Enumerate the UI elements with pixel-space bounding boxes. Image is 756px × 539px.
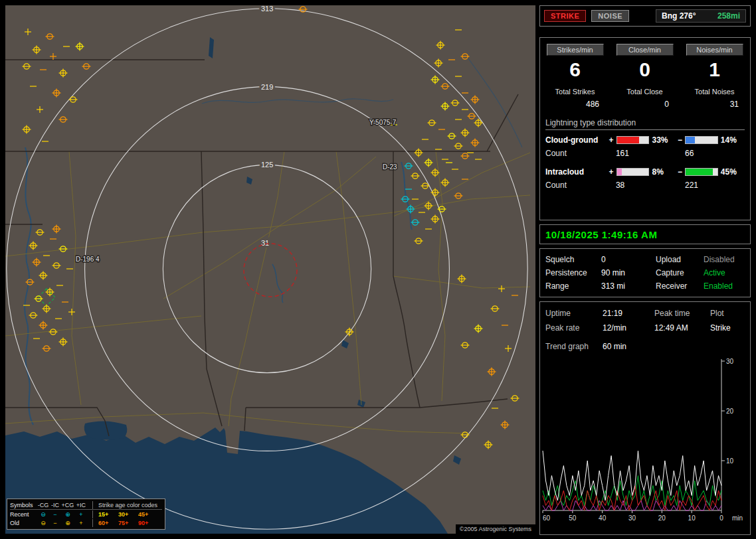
svg-text:125: 125 [261, 161, 273, 169]
river-layer [25, 56, 522, 425]
cg-minus-pct: 14% [721, 135, 745, 145]
peak-time-value: 12:49 AM [654, 323, 710, 333]
cg-minus-icon: ⊖ [37, 510, 50, 518]
cg-plus-pct: 33% [652, 135, 676, 145]
noises-per-min-value: 1 [680, 60, 749, 80]
squelch-value: 0 [601, 255, 656, 264]
peak-rate-label: Peak rate [545, 323, 603, 333]
map-canvas: 31125219313Y-5075-7D-23D-196 4 [5, 5, 535, 534]
peak-rate-value: 12/min [603, 323, 654, 333]
datetime-display: 10/18/2025 1:49:16 AM [540, 225, 750, 244]
total-strikes-value: 486 [540, 100, 610, 109]
ic-plus-icon: + [75, 510, 87, 518]
ic-plus-pct: 8% [652, 167, 676, 177]
noise-mode-button[interactable]: NOISE [591, 10, 629, 22]
age-45: 45+ [138, 510, 158, 518]
persistence-label: Persistence [545, 268, 601, 277]
svg-text:50: 50 [569, 514, 577, 522]
age-60: 60+ [98, 519, 118, 527]
persistence-value: 90 min [601, 268, 656, 277]
svg-text:313: 313 [261, 5, 273, 13]
plus-sign: + [607, 167, 614, 177]
svg-text:D-196 4: D-196 4 [76, 256, 100, 263]
distribution-title: Lightning type distribution [545, 118, 745, 130]
svg-text:60: 60 [543, 514, 551, 522]
cg-plus-bar [616, 136, 650, 144]
trend-graph-label: Trend graph [545, 342, 603, 351]
distribution-section: Lightning type distribution Cloud-ground… [540, 118, 750, 190]
state-border-layer [5, 60, 518, 436]
svg-text:31: 31 [261, 239, 269, 247]
plot-label: Plot [710, 309, 745, 318]
svg-text:0: 0 [719, 514, 723, 522]
legend-col-cg-neg: -CG [37, 501, 50, 509]
uptime-value: 21:19 [603, 309, 654, 318]
cg-minus-icon: ⊖ [37, 519, 50, 527]
svg-text:219: 219 [261, 83, 273, 91]
count-label: Count [545, 149, 607, 158]
svg-text:min: min [732, 514, 743, 522]
status-row-3: Trend graph 60 min [540, 339, 750, 354]
rate-row: Strikes/min 6 Close/min 0 Noises/min 1 [540, 43, 750, 80]
intracloud-row: Intracloud + 8% − 45% [545, 167, 745, 177]
ic-count-row: Count 38 221 [545, 181, 745, 190]
cg-plus-icon: ⊕ [60, 510, 75, 518]
total-noises-value: 31 [680, 100, 749, 109]
upload-label: Upload [656, 255, 704, 264]
ic-minus-bar [685, 168, 718, 176]
cloud-ground-row: Cloud-ground + 33% − 14% [545, 135, 745, 145]
close-per-min-value: 0 [610, 60, 680, 80]
status-row-1: Uptime 21:19 Peak time Plot [540, 306, 750, 321]
receiver-value: Enabled [704, 281, 733, 291]
total-strikes-label: Total Strikes [540, 88, 610, 96]
capture-value: Active [704, 268, 725, 277]
uptime-label: Uptime [545, 309, 603, 318]
strikes-per-min-button[interactable]: Strikes/min [547, 44, 604, 56]
total-noises-label: Total Noises [680, 88, 749, 96]
minus-sign: − [676, 135, 684, 145]
legend-col-ic-pos: +IC [75, 501, 87, 509]
legend-old-label: Old [10, 519, 37, 527]
intracloud-label: Intracloud [545, 167, 607, 177]
range-value: 313 mi [601, 281, 656, 291]
trend-graph-value: 60 min [603, 342, 654, 351]
legend-col-ic-neg: -IC [50, 501, 60, 509]
svg-text:10: 10 [688, 514, 696, 522]
map-legend: Symbols -CG -IC +CG +IC Strike age color… [7, 499, 165, 530]
range-label: Range [545, 281, 601, 291]
upload-value: Disabled [704, 255, 735, 264]
ic-plus-count: 38 [607, 181, 676, 190]
cg-plus-icon: ⊕ [60, 519, 75, 527]
trend-graph: 3020106050403020100min [541, 356, 749, 526]
svg-text:30: 30 [726, 358, 734, 365]
plot-value: Strike [710, 323, 745, 333]
close-per-min-button[interactable]: Close/min [616, 44, 674, 56]
age-30: 30+ [118, 510, 138, 518]
legend-recent-row: Recent ⊖ − ⊕ + 15+ 30+ 45+ [10, 510, 162, 518]
svg-text:40: 40 [599, 514, 607, 522]
svg-text:Y-5075-7: Y-5075-7 [369, 119, 397, 126]
cg-minus-bar [685, 136, 718, 144]
ic-minus-pct: 45% [721, 167, 745, 177]
strikes-per-min-value: 6 [540, 60, 610, 80]
settings-panel: Squelch 0 Upload Disabled Persistence 90… [539, 248, 751, 297]
noises-per-min-button[interactable]: Noises/min [686, 44, 743, 56]
legend-age-title: Strike age color codes [92, 501, 162, 509]
cg-count-row: Count 161 66 [545, 149, 745, 158]
svg-text:20: 20 [726, 408, 734, 415]
legend-col-cg-pos: +CG [60, 501, 75, 509]
legend-recent-label: Recent [10, 510, 37, 518]
road-layer [5, 151, 530, 433]
cg-plus-count: 161 [607, 149, 676, 158]
totals-row: Total Strikes 486 Total Close 0 Total No… [540, 88, 750, 109]
ic-plus-icon: + [75, 519, 87, 527]
cloud-ground-label: Cloud-ground [545, 135, 607, 145]
status-panel: Uptime 21:19 Peak time Plot Peak rate 12… [539, 301, 751, 535]
total-close-label: Total Close [610, 88, 680, 96]
bearing-label: Bng 276° [662, 11, 696, 21]
cg-minus-count: 66 [676, 149, 745, 158]
svg-text:30: 30 [628, 514, 636, 522]
strike-mode-button[interactable]: STRIKE [544, 10, 586, 22]
age-90: 90+ [138, 519, 158, 527]
lightning-map[interactable]: 31125219313Y-5075-7D-23D-196 4 Symbols -… [5, 5, 535, 534]
